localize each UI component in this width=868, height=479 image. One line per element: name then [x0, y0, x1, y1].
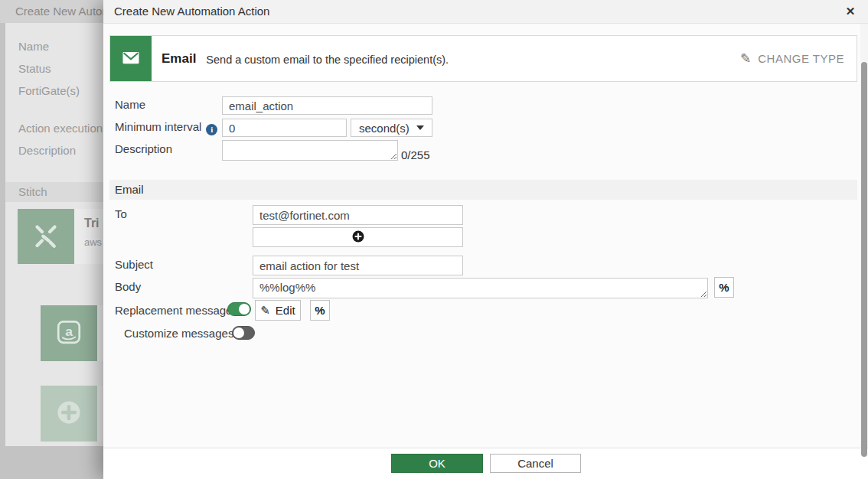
- description-textarea[interactable]: [222, 140, 398, 161]
- modal-footer: OK Cancel: [103, 448, 868, 479]
- bg-trigger-tile: [18, 209, 74, 264]
- minimum-interval-label: Minimum intervali: [115, 120, 217, 135]
- bg-aws-card-edge: [97, 305, 103, 361]
- minimum-interval-input[interactable]: [222, 119, 347, 137]
- background-dialog-panel: Name Status FortiGate(s) Action executio…: [5, 23, 103, 446]
- bg-add-tile: [41, 386, 97, 442]
- edit-replacement-button[interactable]: ✎ Edit: [255, 300, 301, 321]
- bg-field-label-status: Status: [18, 62, 51, 75]
- svg-text:a: a: [65, 324, 73, 339]
- subject-input[interactable]: [253, 256, 463, 275]
- body-label: Body: [115, 280, 141, 293]
- pencil-icon: ✎: [740, 51, 751, 67]
- customize-messages-toggle[interactable]: [232, 326, 255, 340]
- name-input[interactable]: [222, 96, 432, 115]
- bg-field-label-name: Name: [18, 40, 49, 53]
- add-icon: [352, 230, 364, 245]
- pencil-icon: ✎: [260, 304, 270, 318]
- toggle-knob: [233, 327, 244, 338]
- replacement-message-label: Replacement message: [115, 304, 232, 317]
- edit-label: Edit: [276, 304, 295, 317]
- bg-field-label-action-execution: Action execution: [18, 122, 103, 135]
- bg-trigger-card: Tri aws: [74, 209, 103, 264]
- toggle-knob: [239, 304, 250, 314]
- interval-unit-value: second(s): [359, 122, 410, 135]
- char-counter: 0/255: [401, 148, 430, 161]
- minimum-interval-label-text: Minimum interval: [115, 120, 201, 133]
- modal-scrollbar-track: [860, 24, 868, 448]
- bg-stitch-section-band: Stitch: [5, 182, 103, 202]
- chevron-down-icon: [416, 125, 424, 130]
- cancel-button[interactable]: Cancel: [490, 454, 581, 473]
- replacement-message-toggle[interactable]: [227, 302, 251, 316]
- email-type-title: Email: [162, 51, 196, 67]
- email-icon: [120, 47, 142, 70]
- customize-messages-label: Customize messages: [124, 327, 233, 340]
- change-type-label: CHANGE TYPE: [758, 52, 844, 65]
- create-automation-action-modal: Create New Automation Action ✕ Email Sen…: [103, 0, 868, 479]
- percent-icon: %: [315, 304, 325, 317]
- cancel-label: Cancel: [517, 457, 553, 470]
- subject-label: Subject: [115, 258, 153, 271]
- email-type-description: Send a custom email to the specified rec…: [206, 54, 449, 66]
- to-label: To: [115, 207, 127, 220]
- bg-trigger-card-subtitle: aws: [84, 236, 102, 248]
- to-input[interactable]: [253, 205, 463, 225]
- percent-icon: %: [719, 281, 729, 294]
- description-label: Description: [115, 142, 172, 155]
- bg-stitch-section-label: Stitch: [18, 185, 47, 198]
- add-recipient-button[interactable]: [253, 227, 463, 247]
- bg-field-label-description: Description: [18, 144, 76, 157]
- bg-add-card-edge: [97, 386, 103, 442]
- stitch-icon: [28, 218, 64, 256]
- action-type-card: Email Send a custom email to the specifi…: [109, 35, 857, 82]
- background-dialog-titlebar: Create New Autor: [0, 0, 107, 23]
- info-icon[interactable]: i: [206, 124, 217, 135]
- name-label: Name: [115, 98, 145, 111]
- insert-variable-button-replacement[interactable]: %: [310, 300, 330, 321]
- email-section-band: Email: [109, 180, 857, 200]
- ok-button[interactable]: OK: [391, 454, 483, 473]
- ok-label: OK: [429, 457, 445, 470]
- modal-title: Create New Automation Action: [114, 5, 269, 18]
- plus-circle-icon: [55, 399, 83, 428]
- background-dialog-title: Create New Autor: [15, 5, 106, 18]
- email-section-label: Email: [115, 183, 144, 196]
- screen: Create New Autor Name Status FortiGate(s…: [0, 0, 868, 479]
- bg-trigger-card-title: Tri: [84, 217, 100, 230]
- body-textarea[interactable]: %%log%%: [253, 278, 708, 298]
- close-icon[interactable]: ✕: [842, 3, 859, 20]
- insert-variable-button-body[interactable]: %: [714, 277, 734, 298]
- email-type-tile: [110, 36, 152, 81]
- interval-unit-select[interactable]: second(s): [351, 119, 432, 137]
- bg-field-label-fortigates: FortiGate(s): [18, 84, 80, 97]
- amazon-icon: a: [52, 315, 86, 351]
- modal-scrollbar-thumb[interactable]: [861, 62, 867, 457]
- change-type-button[interactable]: ✎ CHANGE TYPE: [740, 51, 844, 67]
- bg-aws-tile: a: [41, 305, 97, 361]
- modal-titlebar: Create New Automation Action ✕: [103, 0, 868, 24]
